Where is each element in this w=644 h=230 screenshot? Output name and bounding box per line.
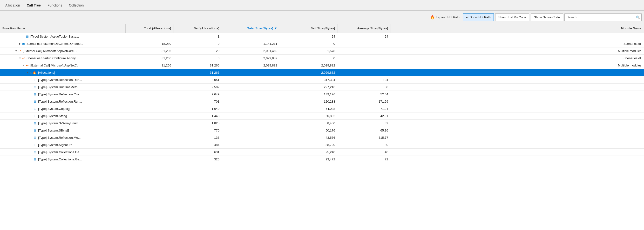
table-cell [222, 33, 280, 40]
table-cell: 18,080 [126, 40, 174, 47]
table-cell [222, 91, 280, 98]
table-cell [222, 83, 280, 91]
table-cell: 171.59 [338, 98, 390, 105]
table-cell: 104 [338, 76, 390, 83]
table-cell: 74,088 [280, 105, 338, 112]
type-icon: ⊞ [34, 114, 36, 118]
table-cell: 24 [280, 33, 338, 40]
expand-collapse-btn[interactable]: ▼ [22, 64, 25, 67]
table-cell: Scenarios.dll [390, 54, 644, 62]
table-cell: 80 [338, 141, 390, 148]
tab-allocation[interactable]: Allocation [2, 0, 24, 10]
type-icon: ⊞ [34, 85, 36, 89]
expand-collapse-btn[interactable]: ▼ [18, 57, 22, 59]
table-row[interactable]: ⊟[Type] System.Collections.Ge...63125,24… [0, 148, 644, 156]
table-cell: 138 [174, 134, 222, 141]
table-container[interactable]: Function Name Total (Allocations) Self (… [0, 24, 644, 230]
col-header-total-size[interactable]: Total Size (Bytes) ▼ [222, 24, 280, 33]
table-row[interactable]: ⊞[Type] System.SZArrayEnum...1,82558,400… [0, 119, 644, 127]
table-row[interactable]: ⊟[Type] System.Reflection.Me...13843,576… [0, 134, 644, 141]
table-cell: 38,720 [280, 141, 338, 148]
table-cell: 2,649 [174, 91, 222, 98]
table-cell: 2,029,882 [280, 69, 338, 76]
hot-path-icon: ↩ [466, 15, 469, 19]
table-cell: 317,304 [280, 76, 338, 83]
table-row[interactable]: ⊟[Type] System.Reflection.Cus...2,649139… [0, 91, 644, 98]
type-icon: ⊟ [34, 92, 36, 96]
table-row[interactable]: ▼↩Scenarios.Startup.Configure.Anony...31… [0, 54, 644, 62]
type-icon: ⊟ [34, 129, 36, 132]
table-cell: 31,266 [126, 62, 174, 69]
tab-functions[interactable]: Functions [44, 0, 66, 10]
table-cell: 484 [174, 141, 222, 148]
table-cell [222, 127, 280, 134]
tab-call-tree[interactable]: Call Tree [24, 0, 44, 10]
table-row[interactable]: ▼↩[External Call] Microsoft.AspNetCore..… [0, 47, 644, 54]
col-header-function-name[interactable]: Function Name [0, 24, 126, 33]
fire-icon: 🔥 [430, 15, 435, 19]
table-cell: 60,832 [280, 112, 338, 119]
table-row[interactable]: ▶⊞Scenarios.PokemonDbContext.OnMod...18,… [0, 40, 644, 47]
type-icon: ⊟ [34, 150, 36, 154]
table-row[interactable]: ⊟[Type] System.SByte[]77050,17665.16 [0, 127, 644, 134]
col-header-total-alloc[interactable]: Total (Allocations) [126, 24, 174, 33]
table-row[interactable]: ⊞[Type] System.String1,44860,83242.01 [0, 112, 644, 119]
type-icon: ⊟ [26, 35, 29, 38]
table-cell [222, 119, 280, 127]
function-name-text: [Type] System.SByte[] [38, 129, 69, 132]
search-input[interactable] [565, 14, 634, 21]
function-name-text: Scenarios.Startup.Configure.Anony... [26, 56, 78, 60]
function-name-text: [Type] System.Reflection.Me... [38, 136, 80, 139]
tab-collection[interactable]: Collection [66, 0, 87, 10]
table-row[interactable]: ⊞[Type] System.Collections.Ge...32623,47… [0, 156, 644, 163]
table-row[interactable]: ⊞[Type] System.Object[]1,04074,08871.24 [0, 105, 644, 112]
col-header-avg-size[interactable]: Average Size (Bytes) [338, 24, 390, 33]
type-icon: ⊞ [34, 78, 36, 82]
table-cell: 52.54 [338, 91, 390, 98]
table-row[interactable]: ▼△🔥[Allocations]31,2662,029,882 [0, 69, 644, 76]
show-just-my-code-button[interactable]: Show Just My Code [495, 13, 530, 21]
toolbar: 🔥 Expand Hot Path ↩ Show Hot Path Show J… [0, 10, 644, 24]
table-row[interactable]: ⊞[Type] System.Reflection.Run...3,051317… [0, 76, 644, 83]
table-cell [390, 148, 644, 156]
table-row[interactable]: ⊞[Type] System.RuntimeMeth...2,582227,21… [0, 83, 644, 91]
alloc-icon: 🔥 [32, 71, 36, 74]
show-native-code-button[interactable]: Show Native Code [531, 13, 563, 21]
table-cell: 120,288 [280, 98, 338, 105]
table-cell: 770 [174, 127, 222, 134]
table-cell: Scenarios.dll [390, 40, 644, 47]
expand-collapse-btn[interactable]: ▼ [15, 50, 18, 52]
table-cell [390, 105, 644, 112]
function-name-text: [Type] System.SZArrayEnum... [38, 121, 81, 125]
tab-bar: Allocation Call Tree Functions Collectio… [0, 0, 644, 10]
show-hot-path-button[interactable]: ↩ Show Hot Path [463, 13, 494, 21]
data-table: Function Name Total (Allocations) Self (… [0, 24, 644, 163]
table-cell: 139,176 [280, 91, 338, 98]
col-header-module-name[interactable]: Module Name [390, 24, 644, 33]
expand-collapse-btn[interactable]: ▶ [18, 42, 22, 45]
external-icon: ↩ [26, 64, 29, 67]
function-name-text: [Type] System.Object[] [38, 107, 70, 111]
table-row[interactable]: ▼↩[External Call] Microsoft.AspNetC...31… [0, 62, 644, 69]
table-row[interactable]: ⊞[Type] System.Signature48438,72080 [0, 141, 644, 148]
table-cell [126, 91, 174, 98]
table-cell [222, 69, 280, 76]
table-cell [390, 69, 644, 76]
table-row[interactable]: ⊟[Type] System.Reflection.Run...701120,2… [0, 98, 644, 105]
table-cell [126, 112, 174, 119]
col-header-self-alloc[interactable]: Self (Allocations) [174, 24, 222, 33]
table-cell: 0 [174, 54, 222, 62]
expand-collapse-btn[interactable]: ▼ [26, 71, 29, 74]
table-cell: 1,448 [174, 112, 222, 119]
table-cell: 2,031,460 [222, 47, 280, 54]
search-icon[interactable]: 🔍 [634, 14, 641, 21]
table-cell: 50,176 [280, 127, 338, 134]
function-name-text: [Type] System.RuntimeMeth... [38, 85, 80, 89]
table-cell [222, 141, 280, 148]
table-cell: 1,825 [174, 119, 222, 127]
function-name-text: [Type] System.Collections.Ge... [38, 150, 82, 154]
type-icon: ⊞ [34, 158, 36, 161]
table-cell: 32 [338, 119, 390, 127]
col-header-self-size[interactable]: Self Size (Bytes) [280, 24, 338, 33]
table-row[interactable]: ⊟[Type] System.ValueTuple<Syste...12424 [0, 33, 644, 40]
